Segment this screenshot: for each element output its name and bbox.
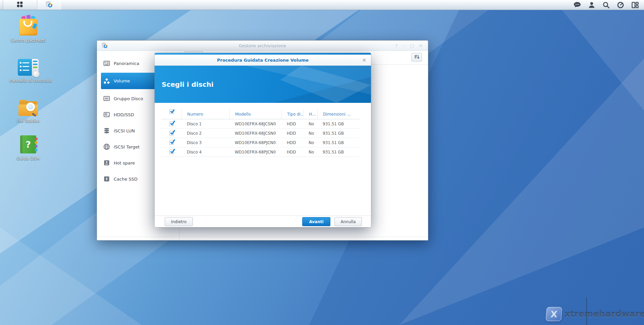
- cell-hotspare: No: [303, 122, 317, 126]
- taskbar-left: [3, 0, 61, 10]
- column-header-hotspare[interactable]: H...: [303, 110, 317, 119]
- desktop-icon-label: Centro pacchetti: [9, 38, 47, 43]
- row-checkbox[interactable]: [169, 140, 174, 145]
- overview-icon: [103, 60, 110, 67]
- cell-numero: Disco 1: [181, 122, 229, 126]
- column-header-dimensioni[interactable]: Dimensioni ...: [317, 110, 360, 119]
- cache-ssd-icon: [103, 176, 110, 182]
- hdd-icon: [103, 111, 110, 118]
- disk-table-row[interactable]: Disco 2 WD10EFRX-68JCSN0 HDD No 931.51 G…: [161, 129, 360, 138]
- iscsi-target-icon: [103, 143, 110, 150]
- taskbar-tray: [574, 0, 639, 10]
- volume-creation-wizard-dialog: Procedura Guidata Creazione Volume ✕ Sce…: [155, 53, 371, 227]
- column-header-modello[interactable]: Modello: [229, 110, 281, 119]
- question-mark-glyph: ?: [25, 139, 31, 150]
- content-footer-divider: [97, 237, 428, 237]
- taskbar: [0, 0, 644, 10]
- row-checkbox[interactable]: [169, 131, 174, 135]
- gauge-icon[interactable]: [617, 1, 624, 8]
- desktop-icon-label: Guida DSM: [9, 156, 47, 161]
- wizard-footer: Indietro Avanti Annulla: [155, 215, 371, 227]
- desktop-icon-pannello-di-controllo[interactable]: Pannello di controllo: [9, 56, 47, 83]
- cell-tipo: HDD: [281, 150, 303, 154]
- cell-dimensioni: 931.51 GB: [317, 140, 360, 145]
- sidebar-item-label: iSCSI Target: [114, 144, 140, 149]
- disk-table-row[interactable]: Disco 4 WD10EFRX-68PJCN0 HDD No 931.51 G…: [161, 147, 360, 157]
- apps-menu-icon: [16, 1, 23, 9]
- chat-icon[interactable]: [574, 1, 581, 8]
- cell-numero: Disco 2: [181, 131, 229, 136]
- sidebar-item-label: Hot spare: [114, 160, 135, 166]
- sort-button[interactable]: [411, 53, 422, 62]
- disk-table-header-row: Numero Modello Tipo di... H... Dimension…: [161, 110, 360, 119]
- user-icon[interactable]: [588, 1, 595, 8]
- help-button[interactable]: ?: [395, 44, 397, 48]
- disk-table: Numero Modello Tipo di... H... Dimension…: [161, 110, 360, 157]
- column-header-tipo[interactable]: Tipo di...: [281, 110, 303, 119]
- cell-hotspare: No: [303, 140, 317, 145]
- disk-table-row[interactable]: Disco 3 WD10EFRX-68PJCN0 HDD No 931.51 G…: [161, 138, 360, 147]
- next-button[interactable]: Avanti: [302, 217, 330, 226]
- cell-modello: WD10EFRX-68JCSN0: [229, 122, 281, 126]
- cell-tipo: HDD: [281, 140, 303, 145]
- select-all-checkbox[interactable]: [169, 110, 174, 114]
- window-titlebar[interactable]: Gestore archiviazione ? – ▢ ✕: [97, 41, 428, 51]
- sidebar-item-label: Volume: [114, 78, 130, 83]
- cell-dimensioni: 931.51 GB: [317, 122, 360, 126]
- window-title: Gestore archiviazione: [97, 41, 428, 51]
- maximize-button[interactable]: ▢: [410, 44, 414, 48]
- disk-group-icon: [103, 95, 110, 102]
- storage-manager-taskbar-button[interactable]: [37, 0, 61, 10]
- cancel-button[interactable]: Annulla: [334, 217, 362, 226]
- cell-numero: Disco 4: [181, 150, 229, 154]
- minimize-button[interactable]: –: [402, 44, 405, 48]
- cell-modello: WD10EFRX-68PJCN0: [229, 140, 281, 145]
- xtremehardware-logo: X: [545, 307, 562, 321]
- wizard-step-banner: Scegli i dischi: [155, 66, 371, 103]
- sidebar-item-label: iSCSI LUN: [114, 128, 135, 133]
- window-controls: ? – ▢ ✕: [395, 41, 423, 51]
- storage-manager-icon: [101, 42, 108, 50]
- cell-dimensioni: 931.51 GB: [317, 150, 360, 154]
- sidebar-item-label: Gruppo Disco: [114, 96, 143, 101]
- desktop-icon-label: Pannello di controllo: [9, 78, 47, 83]
- cell-hotspare: No: [303, 131, 317, 136]
- wizard-step-title: Scegli i dischi: [162, 66, 214, 103]
- desktop: Centro pacchetti Pannello di controllo F…: [0, 0, 644, 325]
- cell-dimensioni: 931.51 GB: [317, 131, 360, 136]
- column-header-numero[interactable]: Numero: [181, 110, 229, 119]
- file-station-icon: [9, 96, 47, 116]
- widgets-icon[interactable]: [631, 1, 639, 8]
- watermark-text: xtremehardware.com: [565, 309, 644, 319]
- watermark: X xtremehardware.com: [546, 307, 644, 321]
- select-all-cell: [161, 110, 181, 119]
- cell-numero: Disco 3: [181, 140, 229, 145]
- row-checkbox[interactable]: [169, 122, 174, 126]
- iscsi-lun-icon: [103, 127, 110, 134]
- back-button[interactable]: Indietro: [165, 217, 193, 226]
- desktop-icon-centro-pacchetti[interactable]: Centro pacchetti: [9, 16, 47, 43]
- sidebar-item-label: HDD/SSD: [114, 112, 134, 117]
- storage-manager-icon: [45, 1, 53, 9]
- search-icon[interactable]: [602, 1, 610, 8]
- main-menu-button[interactable]: [3, 0, 37, 10]
- control-panel-icon: [9, 56, 47, 76]
- cell-hotspare: No: [303, 150, 317, 154]
- cell-modello: WD10EFRX-68PJCN0: [229, 150, 281, 154]
- desktop-icon-guida-dsm[interactable]: ? Guida DSM: [9, 134, 47, 161]
- sidebar-item-label: Panoramica: [114, 61, 139, 66]
- sort-icon: [414, 54, 420, 61]
- cell-tipo: HDD: [281, 131, 303, 136]
- package-center-icon: [9, 16, 47, 36]
- dsm-help-icon: ?: [9, 134, 47, 153]
- row-checkbox[interactable]: [169, 150, 174, 154]
- desktop-icon-file-station[interactable]: File Station: [9, 96, 47, 124]
- dialog-titlebar[interactable]: Procedura Guidata Creazione Volume ✕: [155, 55, 371, 66]
- dialog-close-icon[interactable]: ✕: [362, 55, 366, 66]
- cell-tipo: HDD: [281, 122, 303, 126]
- close-button[interactable]: ✕: [419, 44, 423, 48]
- volume-icon: [103, 78, 110, 84]
- disk-table-row[interactable]: Disco 1 WD10EFRX-68JCSN0 HDD No 931.51 G…: [161, 119, 360, 129]
- hot-spare-icon: [103, 159, 110, 166]
- desktop-icon-label: File Station: [9, 118, 47, 124]
